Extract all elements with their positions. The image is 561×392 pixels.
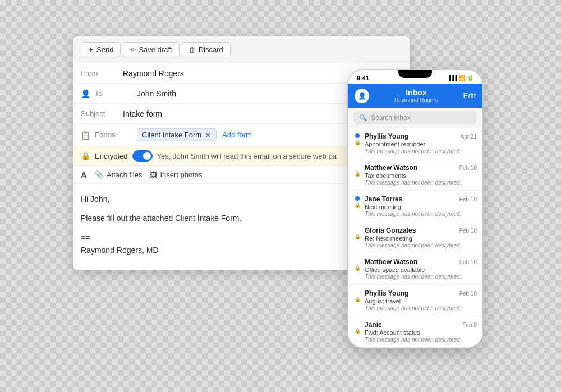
message-indicators: 🔒	[353, 321, 361, 343]
discard-button[interactable]: 🗑 Discard	[182, 42, 231, 57]
message-content: Matthew WatsonFeb 10Office space availab…	[365, 258, 477, 280]
lock-icon: 🔒	[355, 171, 361, 177]
message-preview: This message has not been decrypted.	[365, 242, 477, 248]
forms-icon: 📋	[81, 131, 90, 140]
lock-icon: 🔒	[355, 265, 361, 271]
message-preview: This message has not been decrypted.	[365, 274, 477, 280]
search-icon: 🔍	[359, 114, 367, 122]
message-content: Phyllis YoungFeb 10August travelThis mes…	[365, 289, 477, 311]
message-subject: Tax documents	[365, 172, 477, 179]
lock-icon: 🔒	[355, 234, 361, 239]
message-subject: Re: Next meeting	[365, 235, 477, 242]
wifi-icon: 📶	[458, 75, 465, 81]
message-preview: This message has not been decrypted.	[365, 305, 477, 311]
message-date: Feb 10	[459, 290, 477, 297]
from-value: Raymond Rogers	[123, 69, 184, 78]
remove-form-button[interactable]: ✕	[205, 131, 211, 139]
message-subject: Next meeting	[365, 204, 477, 210]
unread-dot	[355, 133, 360, 138]
save-draft-button[interactable]: ✏ Save draft	[123, 42, 179, 57]
send-button[interactable]: ✈ Send	[81, 42, 121, 57]
message-subject: Fwd: Account status	[365, 329, 477, 336]
message-preview: This message has not been decrypted.	[365, 148, 477, 154]
lock-icon: 🔒	[355, 202, 361, 208]
list-item[interactable]: 🔒Gloria GonzalesFeb 10Re: Next meetingTh…	[348, 222, 482, 253]
message-sender: Jane Torres	[365, 195, 402, 203]
message-indicators: 🔒	[353, 164, 361, 186]
message-date: Apr 21	[461, 133, 477, 140]
encrypted-toggle[interactable]	[132, 150, 153, 162]
message-sender: Phyllis Young	[365, 289, 408, 297]
photo-icon: 🖼	[150, 170, 157, 179]
paperclip-icon: 📎	[95, 170, 104, 179]
message-list: 🔒Phyllis YoungApr 21Appointment reminder…	[348, 128, 482, 348]
inbox-subtitle: Raymond Rogers	[394, 97, 438, 103]
message-preview: This message has not been decrypted.	[365, 211, 477, 217]
subject-label: Subject	[81, 109, 123, 118]
message-content: Phyllis YoungApr 21Appointment reminderT…	[365, 132, 477, 154]
trash-icon: 🗑	[189, 46, 196, 54]
message-indicators: 🔒	[353, 132, 361, 154]
insert-photos-button[interactable]: 🖼 Insert photos	[150, 170, 202, 179]
list-item[interactable]: 🔒Jane TorresFeb 10Next meetingThis messa…	[348, 191, 482, 222]
message-indicators: 🔒	[353, 227, 361, 248]
discard-label: Discard	[199, 45, 223, 54]
pencil-icon: ✏	[130, 46, 136, 54]
lock-icon: 🔒	[355, 140, 361, 145]
search-bar[interactable]: 🔍 Search Inbox	[353, 111, 477, 124]
subject-value: Intake form	[123, 109, 162, 118]
status-icons: ▐▐▐ 📶 🔋	[448, 75, 473, 81]
to-label: To	[95, 89, 137, 98]
inbox-title-area: Inbox Raymond Rogers	[394, 88, 438, 103]
encrypted-label: Encrypted	[95, 152, 128, 160]
phone-notch	[398, 70, 432, 78]
font-format-button[interactable]: A	[81, 170, 87, 179]
message-indicators: 🔒	[353, 195, 361, 217]
message-date: Feb 10	[459, 259, 477, 265]
message-date: Feb 8	[462, 322, 477, 328]
message-content: Jane TorresFeb 10Next meetingThis messag…	[365, 195, 477, 217]
message-indicators: 🔒	[353, 258, 361, 280]
message-subject: Office space available	[365, 266, 477, 273]
list-item[interactable]: 🔒Matthew WatsonFeb 10Tax documentsThis m…	[348, 159, 482, 191]
message-content: JanieFeb 8Fwd: Account statusThis messag…	[365, 321, 477, 343]
message-subject: August travel	[365, 298, 477, 305]
form-tag-name: Client Intake Form	[142, 131, 201, 139]
form-tag[interactable]: Client Intake Form ✕	[137, 128, 217, 141]
attach-label: Attach files	[107, 170, 142, 179]
message-subject: Appointment reminder	[365, 141, 477, 147]
send-icon: ✈	[88, 46, 94, 54]
list-item[interactable]: 🔒Phyllis YoungApr 21Appointment reminder…	[348, 128, 482, 159]
list-item[interactable]: 🔒Matthew WatsonFeb 10Office space availa…	[348, 253, 482, 285]
attach-files-button[interactable]: 📎 Attach files	[95, 170, 142, 179]
message-content: Gloria GonzalesFeb 10Re: Next meetingThi…	[365, 227, 477, 248]
message-preview: This message has not been decrypted.	[365, 179, 477, 186]
message-sender: Matthew Watson	[365, 258, 417, 266]
forms-label: Forms	[95, 131, 137, 139]
avatar: 👤	[355, 89, 369, 103]
signal-icon: ▐▐▐	[448, 75, 457, 81]
message-sender: Matthew Watson	[365, 164, 417, 172]
lock-icon: 🔒	[355, 328, 361, 334]
message-date: Feb 10	[459, 196, 477, 202]
search-area: 🔍 Search Inbox	[348, 108, 482, 128]
phone-time: 9:41	[357, 75, 369, 81]
lock-icon: 🔒	[81, 151, 90, 160]
lock-icon: 🔒	[355, 297, 361, 302]
message-date: Feb 10	[459, 228, 477, 234]
unread-dot	[355, 196, 360, 201]
list-item[interactable]: 🔒JanieFeb 8Fwd: Account statusThis messa…	[348, 316, 482, 348]
message-preview: This message has not been decrypted.	[365, 336, 477, 343]
encrypted-text: Yes, John Smith will read this email on …	[157, 152, 337, 160]
list-item[interactable]: 🔒Phyllis YoungFeb 10August travelThis me…	[348, 285, 482, 316]
message-indicators: 🔒	[353, 289, 361, 311]
avatar-icon: 👤	[358, 92, 366, 100]
edit-button[interactable]: Edit	[463, 91, 476, 100]
add-form-link[interactable]: Add form	[222, 131, 252, 139]
person-icon: 👤	[81, 89, 90, 98]
inbox-title: Inbox	[394, 88, 438, 97]
message-sender: Gloria Gonzales	[365, 227, 416, 234]
save-draft-label: Save draft	[139, 45, 172, 54]
photos-label: Insert photos	[160, 170, 202, 179]
to-value: John Smith	[137, 89, 176, 98]
